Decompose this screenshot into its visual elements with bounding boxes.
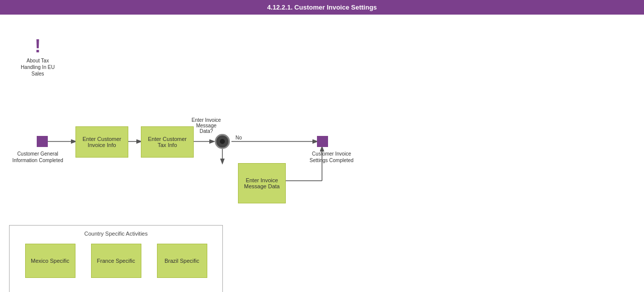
svg-text:Data?: Data? [200, 128, 213, 134]
end-node [317, 136, 328, 147]
note-label: About Tax Handling In EU Sales [18, 57, 58, 77]
enter-invoice-info-node[interactable]: Enter Customer Invoice Info [75, 126, 128, 158]
page-title: 4.12.2.1. Customer Invoice Settings [0, 0, 644, 15]
svg-text:Message: Message [196, 123, 217, 128]
country-items-list: Mexico Specific France Specific Brazil S… [10, 244, 222, 278]
mexico-specific[interactable]: Mexico Specific [25, 244, 75, 278]
country-box-title: Country Specific Activities [10, 231, 222, 237]
enter-tax-info-node[interactable]: Enter Customer Tax Info [141, 126, 194, 158]
country-specific-box: Country Specific Activities Mexico Speci… [9, 225, 223, 292]
note-icon-area: ! About Tax Handling In EU Sales [18, 37, 58, 77]
brazil-specific[interactable]: Brazil Specific [157, 244, 207, 278]
start-label: Customer General Information Completed [10, 151, 65, 164]
france-specific[interactable]: France Specific [91, 244, 141, 278]
gateway-question-label: Enter Invoice [192, 117, 221, 123]
end-label: Customer Invoice Settings Completed [304, 151, 359, 164]
enter-invoice-msg-node[interactable]: Enter Invoice Message Data [238, 163, 286, 203]
exclamation-icon: ! [35, 37, 41, 55]
start-node [37, 136, 48, 147]
gateway-node [215, 134, 230, 149]
gateway-no-label: No [235, 135, 242, 140]
